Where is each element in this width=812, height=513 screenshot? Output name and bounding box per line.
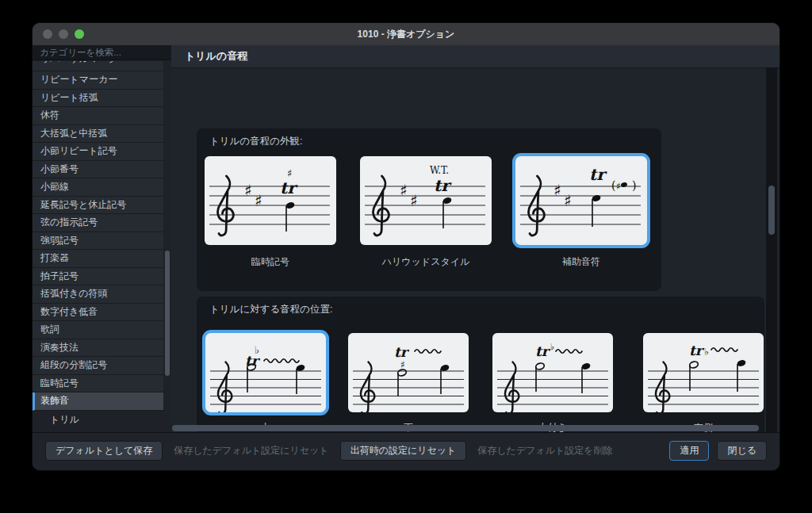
close-button[interactable]: 閉じる [717, 441, 767, 461]
sidebar-item[interactable]: 小節リピート記号 [33, 143, 163, 161]
notation-glyph: ) [632, 179, 636, 192]
option-label: 補助音符 [504, 255, 659, 269]
sidebar-item[interactable]: 小節線 [33, 178, 163, 197]
notation-glyph: tr [589, 165, 607, 184]
notation-preview: ♯♯tr(♯) [515, 156, 647, 245]
notation-glyph: tr [535, 343, 551, 359]
search-input[interactable] [33, 45, 171, 60]
option-card[interactable]: tr♯ [348, 333, 469, 412]
notation-preview: tr♭ [643, 333, 764, 412]
footer-right-group: 適用閉じる [669, 441, 767, 461]
sidebar-item[interactable]: 強弱記号 [33, 232, 163, 251]
option-card[interactable]: tr♭ [492, 333, 613, 412]
footer-bar: デフォルトとして保存保存したデフォルト設定にリセット出荷時の設定にリセット保存し… [33, 432, 779, 470]
option: ♯♯W.T.trハリウッドスタイル [348, 156, 504, 245]
sidebar-item[interactable]: リピート括弧 [33, 90, 163, 108]
option: ♭tr上 [193, 333, 338, 412]
notation-preview: tr♭ [492, 333, 613, 412]
sidebar-item-label: リハーサルマーク [40, 61, 163, 63]
sidebar-item[interactable]: 休符 [33, 107, 163, 125]
option-card[interactable]: ♯♯tr(♯) [515, 156, 647, 245]
sidebar-item[interactable]: 装飾音 [33, 392, 163, 411]
notation-preview: ♯♯W.T.tr [360, 156, 492, 245]
notation-glyph: tr [434, 176, 452, 195]
option: ♯♯♯tr臨時記号 [193, 156, 348, 245]
apply-button[interactable]: 適用 [669, 441, 709, 461]
notation-glyph: ( [611, 179, 615, 192]
notation-glyph: ♯ [564, 191, 572, 210]
page-title: トリルの音程 [171, 45, 779, 68]
option-label: 臨時記号 [193, 255, 348, 269]
notation-glyph: ♯ [400, 359, 405, 370]
sidebar-item[interactable]: 弦の指示記号 [33, 214, 163, 232]
quarter-note-glyph [442, 197, 453, 228]
sidebar-item[interactable]: 数字付き低音 [33, 304, 163, 322]
delete-saved-label: 保存したデフォルト設定を削除 [477, 444, 612, 457]
horizontal-scrollbar-thumb[interactable] [172, 425, 759, 431]
option-label: ハリウッドスタイル [348, 255, 504, 269]
option: tr♭右側 [631, 333, 776, 412]
notation-glyph: ♯ [553, 181, 561, 200]
section-title: トリルの音程の外観: [209, 135, 302, 148]
sidebar-scrollbar-thumb[interactable] [165, 251, 170, 376]
notation-glyph: tr [394, 344, 410, 360]
notation-glyph: ♭ [704, 346, 709, 358]
sidebar-item[interactable]: 演奏技法 [33, 339, 163, 358]
small-note-glyph [620, 182, 627, 188]
notation-glyph: ♯ [255, 191, 262, 210]
engraving-options-dialog: 1010 - 浄書オプション リハーサルマークリピートマーカーリピート括弧休符大… [32, 22, 780, 471]
options-section: トリルに対する音程の位置:♭tr上tr♯下tr♭上付きtr♭右側 [197, 297, 764, 446]
trill-wave-glyph [711, 348, 737, 352]
sidebar-item[interactable]: 大括弧と中括弧 [33, 125, 163, 144]
trill-wave-glyph [415, 350, 441, 354]
options-section: トリルの音程の外観:♯♯♯tr臨時記号♯♯W.T.trハリウッドスタイル♯♯tr… [197, 128, 661, 291]
option-card[interactable]: ♯♯♯tr [205, 156, 336, 245]
quarter-note-glyph [737, 359, 747, 392]
section-title: トリルに対する音程の位置: [209, 303, 333, 316]
notation-glyph: ♯ [410, 191, 418, 210]
option: ♯♯tr(♯)補助音符 [504, 156, 659, 245]
option-card[interactable]: ♭tr [205, 333, 326, 412]
notation-glyph: ♯ [287, 167, 292, 179]
window-title: 1010 - 浄書オプション [33, 23, 779, 45]
notation-glyph: tr [689, 343, 705, 358]
notation-preview: ♯♯♯tr [205, 156, 336, 245]
trill-wave-glyph [556, 350, 582, 354]
main-panel: トリルの音程 トリルの音程の外観:♯♯♯tr臨時記号♯♯W.T.trハリウッドス… [171, 45, 779, 433]
sidebar-item[interactable]: 歌詞 [33, 321, 163, 339]
sidebar-item[interactable]: 組段の分割記号 [33, 357, 163, 375]
notation-glyph: W.T. [430, 165, 449, 176]
option: tr♭上付き [481, 333, 625, 412]
half-note-glyph [397, 369, 408, 396]
category-list: リハーサルマークリピートマーカーリピート括弧休符大括弧と中括弧小節リピート記号小… [33, 61, 163, 433]
trill-wave-glyph [264, 359, 299, 363]
option: tr♯下 [336, 333, 481, 412]
sidebar-item[interactable]: 延長記号と休止記号 [33, 197, 163, 215]
sidebar-item[interactable]: 打楽器 [33, 250, 163, 268]
sidebar-subitem[interactable]: トリル [33, 411, 163, 429]
sidebar-item[interactable]: 拍子記号 [33, 268, 163, 286]
sidebar-item[interactable]: 臨時記号 [33, 375, 163, 393]
vertical-scroll-track[interactable] [766, 67, 777, 433]
notation-glyph: tr [280, 178, 298, 197]
reset-saved-label: 保存したデフォルト設定にリセット [174, 444, 328, 457]
notation-preview: tr♯ [348, 333, 469, 412]
reset-factory-button[interactable]: 出荷時の設定にリセット [340, 441, 467, 461]
sidebar-item[interactable]: 小節番号 [33, 161, 163, 179]
sidebar-item[interactable]: 括弧付きの符頭 [33, 285, 163, 304]
vertical-scrollbar-thumb[interactable] [768, 186, 775, 235]
notation-glyph: ♭ [550, 342, 554, 352]
titlebar: 1010 - 浄書オプション [33, 23, 779, 46]
category-sidebar: リハーサルマークリピートマーカーリピート括弧休符大括弧と中括弧小節リピート記号小… [33, 45, 171, 433]
footer-left-group: デフォルトとして保存保存したデフォルト設定にリセット出荷時の設定にリセット保存し… [45, 441, 613, 461]
option-card[interactable]: tr♭ [643, 333, 764, 412]
half-note-glyph [535, 362, 546, 392]
sidebar-item[interactable]: リピートマーカー [33, 71, 163, 90]
notation-preview: ♭tr [205, 333, 326, 412]
quarter-note-glyph [592, 194, 602, 227]
quarter-note-glyph [285, 201, 296, 232]
notation-glyph: ♯ [400, 181, 408, 200]
sidebar-item-partial[interactable]: リハーサルマーク [33, 61, 163, 71]
option-card[interactable]: ♯♯W.T.tr [360, 156, 492, 245]
save-default-button[interactable]: デフォルトとして保存 [45, 441, 163, 461]
